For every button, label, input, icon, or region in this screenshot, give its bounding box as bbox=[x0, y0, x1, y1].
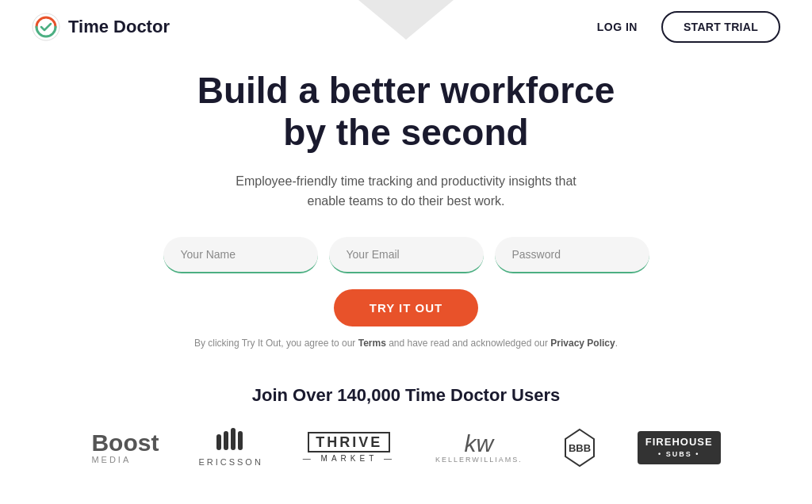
bbb-logo: BBB bbox=[562, 428, 598, 468]
headline-line2: by the second bbox=[283, 112, 528, 153]
name-input[interactable] bbox=[163, 237, 318, 273]
start-trial-button[interactable]: START TRIAL bbox=[661, 11, 780, 43]
logo-icon bbox=[32, 13, 60, 41]
boost-media-logo: B o ost MEDIA bbox=[91, 431, 159, 464]
main-content: Build a better workforce by the second E… bbox=[0, 54, 812, 468]
headline: Build a better workforce by the second bbox=[197, 70, 615, 154]
try-it-out-button[interactable]: TRY IT OUT bbox=[334, 289, 479, 326]
password-input[interactable] bbox=[495, 237, 649, 273]
bbb-icon: BBB bbox=[562, 428, 598, 468]
disclaimer: By clicking Try It Out, you agree to our… bbox=[194, 338, 618, 349]
logo-text: Time Doctor bbox=[68, 17, 170, 37]
svg-rect-1 bbox=[216, 434, 221, 450]
svg-rect-4 bbox=[238, 431, 243, 450]
firehouse-subs-logo: FIREHOUSE • SUBS • bbox=[638, 431, 721, 464]
header-nav: LOG IN START TRIAL bbox=[597, 11, 780, 43]
terms-link[interactable]: Terms bbox=[358, 338, 386, 349]
ericsson-icon bbox=[215, 428, 247, 456]
headline-line1: Build a better workforce bbox=[197, 70, 615, 111]
svg-rect-3 bbox=[231, 428, 236, 450]
social-proof-section: Join Over 140,000 Time Doctor Users B o … bbox=[91, 377, 720, 468]
login-link[interactable]: LOG IN bbox=[597, 21, 638, 33]
svg-rect-2 bbox=[224, 431, 228, 450]
privacy-link[interactable]: Privacy Policy bbox=[550, 338, 615, 349]
logo: Time Doctor bbox=[32, 13, 170, 41]
email-input[interactable] bbox=[329, 237, 484, 273]
ericsson-logo: ERICSSON bbox=[198, 428, 262, 467]
svg-text:BBB: BBB bbox=[569, 442, 591, 454]
social-proof-title: Join Over 140,000 Time Doctor Users bbox=[91, 385, 720, 406]
keller-williams-logo: kw KELLERWILLIAMS. bbox=[435, 432, 523, 464]
brand-logos-row: B o ost MEDIA ERICSSON bbox=[91, 428, 720, 468]
header: Time Doctor LOG IN START TRIAL bbox=[0, 0, 812, 54]
signup-form bbox=[163, 237, 649, 273]
subheadline: Employee-friendly time tracking and prod… bbox=[216, 171, 596, 212]
thrive-market-logo: THRIVE — MARKET — bbox=[303, 432, 396, 463]
